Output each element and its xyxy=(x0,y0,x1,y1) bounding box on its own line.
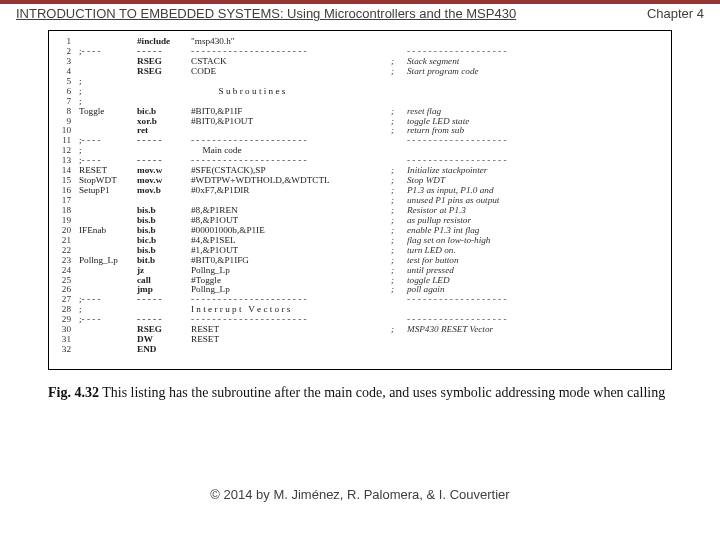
code-line: 6; S u b r o u t i n e s xyxy=(51,87,663,97)
code-line: 4RSEGCODE;Start program code xyxy=(51,67,663,77)
code-opcode: bit.b xyxy=(137,256,191,266)
code-comment: toggle LED xyxy=(407,276,663,286)
code-operand: CSTACK xyxy=(191,57,391,67)
code-label xyxy=(79,196,137,206)
line-number: 8 xyxy=(51,107,79,117)
code-listing-figure: 1#include"msp430.h"2;- - - -- - - - -- -… xyxy=(48,30,672,370)
chapter-label: Chapter 4 xyxy=(647,6,704,21)
code-label xyxy=(79,117,137,127)
comment-semicolon xyxy=(391,136,407,146)
code-comment: - - - - - - - - - - - - - - - - - - - xyxy=(407,295,663,305)
code-comment: until pressed xyxy=(407,266,663,276)
code-label xyxy=(79,67,137,77)
code-label xyxy=(79,345,137,355)
code-comment: MSP430 RESET Vector xyxy=(407,325,663,335)
code-operand: #BIT0,&P1OUT xyxy=(191,117,391,127)
line-number: 6 xyxy=(51,87,79,97)
code-line: 16SetupP1mov.b#0xF7,&P1DIR;P1.3 as input… xyxy=(51,186,663,196)
figure-caption-text: This listing has the subroutine after th… xyxy=(99,385,665,400)
comment-semicolon xyxy=(391,305,407,315)
code-operand: Pollng_Lp xyxy=(191,266,391,276)
code-opcode: END xyxy=(137,345,191,355)
code-label xyxy=(79,325,137,335)
code-line: 27;- - - -- - - - -- - - - - - - - - - -… xyxy=(51,295,663,305)
code-opcode: RSEG xyxy=(137,67,191,77)
code-label: SetupP1 xyxy=(79,186,137,196)
code-comment xyxy=(407,335,663,345)
comment-semicolon xyxy=(391,87,407,97)
code-operand: #0xF7,&P1DIR xyxy=(191,186,391,196)
comment-semicolon xyxy=(391,295,407,305)
code-line: 32END xyxy=(51,345,663,355)
code-opcode xyxy=(137,77,191,87)
code-comment: Start program code xyxy=(407,67,663,77)
line-number: 3 xyxy=(51,57,79,67)
code-listing: 1#include"msp430.h"2;- - - -- - - - -- -… xyxy=(51,37,663,355)
figure-caption-label: Fig. 4.32 xyxy=(48,385,99,400)
code-label xyxy=(79,335,137,345)
line-number: 24 xyxy=(51,266,79,276)
comment-semicolon xyxy=(391,146,407,156)
code-label: Pollng_Lp xyxy=(79,256,137,266)
code-operand: #BIT0,&P1IF xyxy=(191,107,391,117)
code-label: ;- - - - xyxy=(79,315,137,325)
code-opcode xyxy=(137,87,191,97)
code-operand xyxy=(191,345,391,355)
line-number: 4 xyxy=(51,67,79,77)
comment-semicolon xyxy=(391,77,407,87)
comment-semicolon xyxy=(391,37,407,47)
code-comment xyxy=(407,345,663,355)
comment-semicolon: ; xyxy=(391,126,407,136)
code-line: 5; xyxy=(51,77,663,87)
code-label: ;- - - - xyxy=(79,47,137,57)
code-line: 11;- - - -- - - - -- - - - - - - - - - -… xyxy=(51,136,663,146)
line-number: 1 xyxy=(51,37,79,47)
code-label: ; xyxy=(79,77,137,87)
code-comment: reset flag xyxy=(407,107,663,117)
code-comment xyxy=(407,77,663,87)
code-label: IFEnab xyxy=(79,226,137,236)
comment-semicolon: ; xyxy=(391,325,407,335)
comment-semicolon: ; xyxy=(391,67,407,77)
comment-semicolon: ; xyxy=(391,266,407,276)
code-comment: - - - - - - - - - - - - - - - - - - - xyxy=(407,136,663,146)
figure-caption: Fig. 4.32 This listing has the subroutin… xyxy=(48,384,672,403)
code-label xyxy=(79,206,137,216)
code-opcode: jz xyxy=(137,266,191,276)
header-accent-bar xyxy=(0,0,720,4)
line-number: 32 xyxy=(51,345,79,355)
comment-semicolon xyxy=(391,345,407,355)
code-label xyxy=(79,57,137,67)
slide-header: INTRODUCTION TO EMBEDDED SYSTEMS: Using … xyxy=(16,6,704,21)
code-opcode: mov.b xyxy=(137,186,191,196)
code-operand: CODE xyxy=(191,67,391,77)
code-label xyxy=(79,276,137,286)
code-operand: S u b r o u t i n e s xyxy=(191,87,391,97)
book-title: INTRODUCTION TO EMBEDDED SYSTEMS: Using … xyxy=(16,6,516,21)
code-label xyxy=(79,236,137,246)
code-label: ;- - - - xyxy=(79,295,137,305)
comment-semicolon: ; xyxy=(391,285,407,295)
code-operand: RESET xyxy=(191,325,391,335)
code-opcode: bic.b xyxy=(137,107,191,117)
comment-semicolon: ; xyxy=(391,107,407,117)
code-opcode: - - - - - xyxy=(137,295,191,305)
line-number: 2 xyxy=(51,47,79,57)
code-comment xyxy=(407,87,663,97)
code-comment: Initialize stackpointer xyxy=(407,166,663,176)
code-comment xyxy=(407,97,663,107)
code-opcode: - - - - - xyxy=(137,136,191,146)
code-line: 8Togglebic.b#BIT0,&P1IF;reset flag xyxy=(51,107,663,117)
copyright-footer: © 2014 by M. Jiménez, R. Palomera, & I. … xyxy=(0,487,720,502)
line-number: 7 xyxy=(51,97,79,107)
line-number: 5 xyxy=(51,77,79,87)
comment-semicolon xyxy=(391,335,407,345)
code-label: ;- - - - xyxy=(79,136,137,146)
code-line: 24jzPollng_Lp;until pressed xyxy=(51,266,663,276)
code-label: Toggle xyxy=(79,107,137,117)
code-operand: RESET xyxy=(191,335,391,345)
code-operand: - - - - - - - - - - - - - - - - - - - - … xyxy=(191,315,391,325)
code-label xyxy=(79,266,137,276)
code-label: ; xyxy=(79,87,137,97)
